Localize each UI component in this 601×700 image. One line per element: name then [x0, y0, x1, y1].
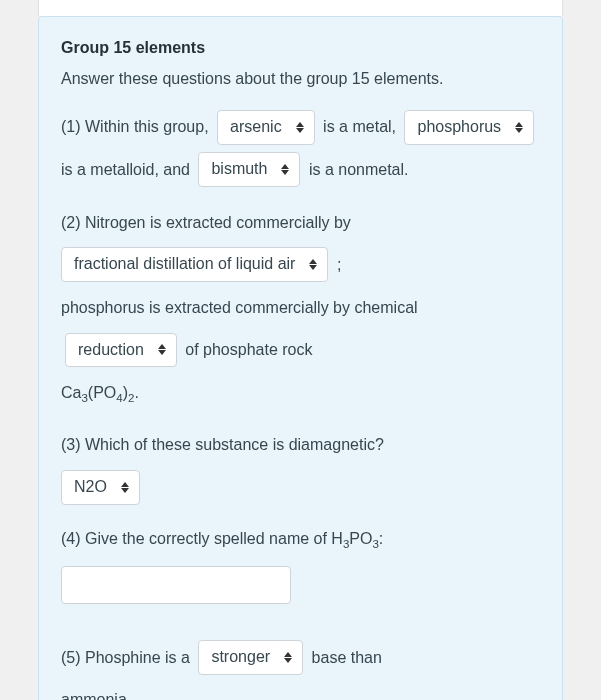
question-card: Group 15 elements Answer these questions…: [38, 16, 563, 700]
select-value: phosphorus: [417, 117, 501, 138]
q2-process-select[interactable]: reduction: [65, 333, 177, 368]
question-2: (2) Nitrogen is extracted commercially b…: [61, 201, 540, 414]
q2-text: of phosphate rock: [185, 341, 312, 358]
select-arrows-icon: [121, 482, 129, 493]
q2-method-select[interactable]: fractional distillation of liquid air: [61, 247, 328, 282]
q3-text: (3) Which of these substance is diamagne…: [61, 436, 384, 453]
q1-text: is a metalloid, and: [61, 161, 190, 178]
q5-text: ammonia.: [61, 691, 131, 700]
q1-text: (1) Within this group,: [61, 118, 209, 135]
q1-metal-select[interactable]: arsenic: [217, 110, 315, 145]
q5-text: (5) Phosphine is a: [61, 649, 190, 666]
select-value: reduction: [78, 340, 144, 361]
select-value: stronger: [211, 647, 270, 668]
question-1: (1) Within this group, arsenic is a meta…: [61, 105, 540, 190]
card-intro: Answer these questions about the group 1…: [61, 67, 540, 91]
card-title: Group 15 elements: [61, 37, 540, 59]
select-arrows-icon: [284, 652, 292, 663]
q1-text: is a: [323, 118, 348, 135]
select-arrows-icon: [515, 122, 523, 133]
q1-text: metal,: [352, 118, 396, 135]
q3-select[interactable]: N2O: [61, 470, 140, 505]
question-5: (5) Phosphine is a stronger base than am…: [61, 636, 540, 700]
select-value: arsenic: [230, 117, 282, 138]
q1-nonmetal-select[interactable]: bismuth: [198, 152, 300, 187]
select-value: N2O: [74, 477, 107, 498]
select-value: fractional distillation of liquid air: [74, 254, 295, 275]
q2-text: phosphorus is extracted commercially by: [61, 299, 350, 316]
q2-text: ;: [337, 256, 341, 273]
select-arrows-icon: [309, 259, 317, 270]
question-3: (3) Which of these substance is diamagne…: [61, 423, 540, 507]
q1-metalloid-select[interactable]: phosphorus: [404, 110, 534, 145]
question-4: (4) Give the correctly spelled name of H…: [61, 517, 540, 625]
q2-text: (2) Nitrogen is extracted commercially b…: [61, 213, 351, 230]
q5-text: base than: [312, 649, 382, 666]
q2-formula: Ca3(PO4)2.: [61, 384, 139, 401]
select-arrows-icon: [281, 164, 289, 175]
q4-name-input[interactable]: [61, 566, 291, 604]
q5-select[interactable]: stronger: [198, 640, 303, 675]
q2-text: chemical: [354, 299, 417, 316]
q4-text: (4) Give the correctly spelled name of H…: [61, 530, 383, 547]
q1-text: is a nonmetal.: [309, 161, 409, 178]
select-arrows-icon: [296, 122, 304, 133]
select-value: bismuth: [211, 159, 267, 180]
select-arrows-icon: [158, 344, 166, 355]
